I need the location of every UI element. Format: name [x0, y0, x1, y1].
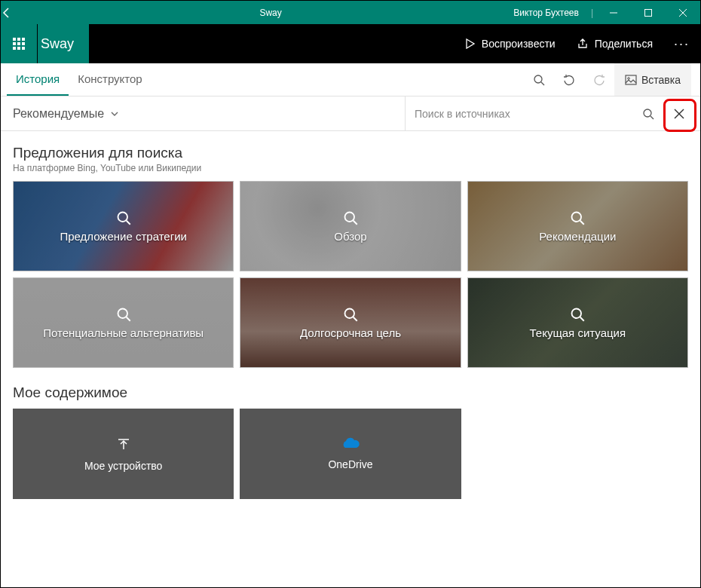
brand-label[interactable]: Sway	[38, 24, 89, 63]
svg-line-23	[126, 220, 130, 224]
svg-rect-1	[645, 9, 652, 16]
tile-label: Рекомендации	[534, 230, 620, 243]
svg-rect-6	[22, 38, 25, 41]
play-label: Воспроизвести	[482, 38, 556, 50]
svg-line-19	[650, 116, 654, 119]
suggestion-tile[interactable]: Потенциальные альтернативы	[13, 277, 234, 368]
suggestions-subtitle: На платформе Bing, YouTube или Википедии	[13, 163, 688, 173]
search-icon	[570, 210, 585, 225]
insert-button[interactable]: Вставка	[614, 63, 691, 96]
undo-button[interactable]	[554, 63, 584, 96]
svg-line-29	[126, 317, 130, 320]
filter-row: Рекомендуемые	[1, 96, 700, 131]
window-minimize-button[interactable]	[596, 1, 631, 24]
tab-story-label: История	[16, 72, 60, 85]
suggestion-tile[interactable]: Обзор	[240, 181, 461, 271]
svg-point-22	[118, 212, 127, 222]
tile-label: Потенциальные альтернативы	[38, 326, 208, 339]
tab-design-label: Конструктор	[78, 72, 142, 85]
tile-label: Обзор	[329, 230, 371, 243]
search-icon	[343, 210, 358, 225]
play-button[interactable]: Воспроизвести	[455, 24, 566, 63]
ellipsis-icon: ···	[674, 36, 690, 51]
search-icon	[116, 307, 131, 322]
search-icon	[570, 307, 585, 322]
window-close-button[interactable]	[666, 1, 700, 24]
svg-rect-4	[13, 38, 16, 41]
suggestion-tile[interactable]: Рекомендации	[467, 181, 688, 271]
suggestion-tile[interactable]: Предложение стратегии	[13, 181, 234, 271]
svg-rect-12	[22, 47, 25, 50]
source-filter-dropdown[interactable]: Рекомендуемые	[13, 107, 119, 121]
svg-line-27	[580, 220, 584, 224]
search-submit-button[interactable]	[635, 108, 661, 120]
svg-point-17	[628, 77, 630, 79]
image-icon	[625, 74, 637, 86]
back-button[interactable]	[1, 7, 37, 19]
search-tool-button[interactable]	[524, 63, 554, 96]
svg-rect-8	[17, 42, 20, 45]
app-bar: Sway Воспроизвести Поделиться ···	[1, 24, 700, 63]
close-icon	[673, 108, 685, 120]
search-sources	[405, 96, 661, 131]
filter-selected-label: Рекомендуемые	[13, 107, 104, 121]
play-icon	[465, 38, 476, 49]
svg-rect-10	[13, 47, 16, 50]
tile-label: Долгосрочная цель	[295, 326, 406, 339]
svg-point-26	[572, 212, 582, 222]
search-icon	[642, 108, 654, 120]
upload-icon	[115, 436, 132, 452]
svg-rect-7	[13, 42, 16, 45]
search-icon	[533, 74, 545, 86]
svg-line-33	[580, 317, 584, 320]
share-label: Поделиться	[595, 38, 653, 50]
close-pane-button[interactable]	[663, 97, 696, 130]
chevron-down-icon	[110, 109, 119, 118]
svg-point-24	[344, 212, 354, 222]
insert-label: Вставка	[641, 74, 681, 86]
mycontent-sources: Мое устройство OneDrive	[13, 409, 688, 499]
user-name[interactable]: Виктор Бухтеев	[504, 8, 588, 18]
search-icon	[116, 210, 131, 225]
svg-point-18	[644, 109, 651, 117]
svg-marker-13	[467, 39, 474, 48]
waffle-icon	[13, 38, 25, 50]
more-button[interactable]: ···	[663, 36, 700, 52]
window-maximize-button[interactable]	[631, 1, 666, 24]
undo-icon	[563, 74, 575, 86]
svg-line-15	[541, 82, 544, 85]
suggestion-tile[interactable]: Долгосрочная цель	[240, 277, 461, 368]
svg-rect-9	[22, 42, 25, 45]
source-label: Мое устройство	[84, 460, 162, 472]
svg-point-30	[344, 308, 354, 318]
source-my-device[interactable]: Мое устройство	[13, 409, 234, 499]
tile-label: Предложение стратегии	[55, 230, 191, 243]
share-button[interactable]: Поделиться	[566, 24, 663, 63]
title-divider: |	[588, 8, 596, 18]
tab-design[interactable]: Конструктор	[69, 63, 152, 96]
tab-story[interactable]: История	[7, 63, 69, 96]
suggestion-tiles: Предложение стратегии Обзор Рекомендации…	[13, 181, 688, 368]
content-area: Предложения для поиска На платформе Bing…	[1, 131, 700, 587]
svg-point-28	[118, 308, 127, 318]
redo-icon	[593, 74, 605, 86]
svg-line-25	[354, 220, 357, 224]
tabs-bar: История Конструктор Вставка	[1, 63, 700, 96]
search-icon	[343, 307, 358, 322]
tile-label: Текущая ситуация	[525, 326, 631, 339]
onedrive-icon	[341, 437, 360, 451]
mycontent-title: Мое содержимое	[13, 384, 688, 401]
suggestions-title: Предложения для поиска	[13, 145, 688, 161]
app-title: Sway	[37, 8, 504, 18]
app-launcher-button[interactable]	[1, 24, 37, 63]
suggestion-tile[interactable]: Текущая ситуация	[467, 277, 688, 368]
svg-rect-5	[17, 38, 20, 41]
svg-rect-16	[626, 75, 636, 84]
title-bar: Sway Виктор Бухтеев |	[1, 1, 700, 24]
svg-rect-11	[17, 47, 20, 50]
svg-line-31	[354, 317, 357, 320]
svg-point-32	[572, 308, 582, 318]
source-onedrive[interactable]: OneDrive	[240, 409, 461, 499]
redo-button	[584, 63, 614, 96]
search-input[interactable]	[415, 108, 635, 120]
